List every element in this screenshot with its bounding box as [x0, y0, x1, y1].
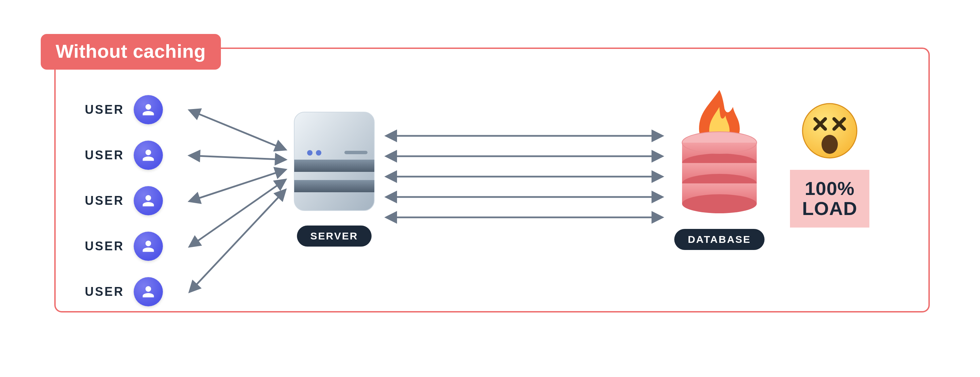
- user-label: USER: [85, 148, 124, 162]
- svg-point-12: [682, 194, 757, 213]
- user-row: USER: [85, 95, 163, 124]
- user-row: USER: [85, 186, 163, 215]
- svg-point-4: [316, 150, 321, 155]
- user-avatar-icon: [134, 232, 163, 261]
- user-avatar-icon: [134, 141, 163, 170]
- dizzy-face-icon: [801, 102, 859, 160]
- user-row: USER: [85, 141, 163, 170]
- load-line2: LOAD: [802, 199, 858, 219]
- user-label: USER: [85, 193, 124, 208]
- svg-point-19: [821, 135, 838, 154]
- load-line1: 100%: [802, 179, 858, 199]
- svg-rect-1: [294, 160, 374, 172]
- server-label: SERVER: [297, 225, 372, 247]
- user-avatar-icon: [134, 186, 163, 215]
- server-icon: [290, 109, 379, 214]
- title-badge: Without caching: [41, 34, 221, 70]
- user-label: USER: [85, 284, 124, 299]
- user-avatar-icon: [134, 95, 163, 124]
- load-area: 100% LOAD: [770, 102, 889, 228]
- user-label: USER: [85, 102, 124, 117]
- svg-point-3: [307, 150, 313, 155]
- user-avatar-icon: [134, 277, 163, 306]
- svg-rect-2: [294, 180, 374, 192]
- database-label: DATABASE: [674, 229, 765, 250]
- load-badge: 100% LOAD: [790, 170, 870, 228]
- user-row: USER: [85, 232, 163, 261]
- user-label: USER: [85, 239, 124, 253]
- database-icon: [675, 88, 764, 217]
- server-block: SERVER: [288, 109, 380, 247]
- database-block: DATABASE: [668, 88, 770, 250]
- users-column: USER USER USER USER USER: [85, 95, 163, 306]
- user-row: USER: [85, 277, 163, 306]
- svg-rect-5: [344, 151, 368, 154]
